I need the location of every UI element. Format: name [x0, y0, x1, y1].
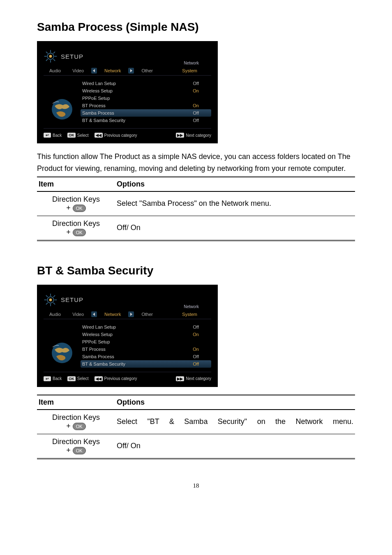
globe-icon [44, 80, 81, 124]
tab-audio[interactable]: Audio [44, 311, 67, 318]
svg-line-20 [53, 302, 55, 304]
arrow-left-icon[interactable] [91, 311, 97, 317]
th-options: Options [115, 177, 355, 191]
options-table: Item Options Direction Keys+ OK Select "… [37, 394, 355, 459]
ok-key-icon: OK [67, 133, 76, 138]
ok-badge: OK [73, 205, 86, 212]
tab-other[interactable]: Other [136, 67, 159, 74]
table-row: Direction Keys+ OK Select "BT & Samba Se… [37, 410, 355, 434]
screenshot-samba-process: SETUP Network Audio Video Network Other … [37, 41, 218, 143]
screenshot-bt-samba-security: SETUP Network Audio Video Network Other … [37, 285, 218, 387]
svg-line-6 [46, 52, 48, 53]
description: This function allow The Product as a sim… [37, 151, 355, 175]
tab-network[interactable]: Network [99, 311, 127, 318]
svg-line-7 [53, 59, 55, 61]
menu-row[interactable]: Samba ProcessOff [81, 353, 211, 360]
page-number: 18 [37, 482, 355, 489]
setup-title: SETUP [61, 53, 83, 60]
ok-badge: OK [73, 229, 86, 236]
tab-audio[interactable]: Audio [44, 67, 67, 74]
ok-key-icon: OK [67, 376, 76, 381]
section-heading: Samba Process (Simple NAS) [37, 21, 355, 34]
svg-marker-10 [93, 69, 95, 72]
tab-video[interactable]: Video [67, 311, 90, 318]
table-row: Direction Keys+ OK Select "Samba Process… [37, 191, 355, 216]
table-row: Direction Keys+ OK Off/ On [37, 434, 355, 458]
menu-list: Wired Lan SetupOff Wireless SetupOn PPPo… [81, 80, 211, 124]
menu-row[interactable]: Wired Lan SetupOff [81, 80, 211, 87]
hint-row: ↩Back OKSelect ◀◀Previous category ▶▶Nex… [44, 133, 211, 138]
table-row: Direction Keys+ OK Off/ On [37, 216, 355, 240]
menu-row[interactable]: BT ProcessOn [81, 102, 211, 109]
tab-row: Audio Video Network Other System [44, 311, 211, 319]
svg-marker-24 [130, 313, 132, 316]
arrow-right-icon[interactable] [128, 311, 134, 317]
menu-row[interactable]: PPPoE Setup [81, 338, 211, 345]
next-key-icon: ▶▶ [176, 376, 184, 381]
menu-row[interactable]: PPPoE Setup [81, 94, 211, 102]
menu-row[interactable]: Wired Lan SetupOff [81, 323, 211, 331]
svg-marker-11 [130, 69, 132, 72]
gear-icon [44, 49, 58, 63]
back-key-icon: ↩ [44, 376, 51, 381]
arrow-right-icon[interactable] [128, 68, 134, 74]
svg-point-14 [49, 298, 52, 301]
svg-line-22 [46, 302, 48, 304]
tab-network[interactable]: Network [99, 67, 127, 74]
svg-point-1 [49, 55, 52, 58]
tab-video[interactable]: Video [67, 67, 90, 74]
gear-icon [44, 293, 58, 307]
globe-icon [44, 323, 81, 368]
menu-row-selected[interactable]: Samba ProcessOff [81, 109, 211, 117]
network-label: Network [184, 61, 199, 65]
menu-row[interactable]: Wireless SetupOn [81, 87, 211, 94]
ok-badge: OK [73, 447, 86, 454]
back-key-icon: ↩ [44, 133, 51, 138]
prev-key-icon: ◀◀ [95, 133, 103, 138]
menu-row[interactable]: Wireless SetupOn [81, 331, 211, 338]
menu-row[interactable]: BT ProcessOn [81, 345, 211, 353]
menu-row[interactable]: BT & Samba SecurityOff [81, 117, 211, 124]
svg-line-8 [53, 52, 55, 53]
options-table: Item Options Direction Keys+ OK Select "… [37, 176, 355, 241]
th-item: Item [37, 395, 115, 410]
th-options: Options [115, 395, 355, 410]
tab-other[interactable]: Other [136, 311, 159, 318]
svg-marker-23 [93, 313, 95, 316]
prev-key-icon: ◀◀ [95, 376, 103, 381]
section-heading: BT & Samba Security [37, 264, 355, 277]
tab-row: Audio Video Network Other System [44, 67, 211, 76]
tab-system[interactable]: System [176, 311, 203, 318]
ok-badge: OK [73, 423, 86, 430]
setup-title: SETUP [61, 296, 83, 303]
network-label: Network [184, 304, 199, 309]
svg-line-9 [46, 59, 48, 61]
menu-list: Wired Lan SetupOff Wireless SetupOn PPPo… [81, 323, 211, 368]
arrow-left-icon[interactable] [91, 68, 97, 74]
menu-row-selected[interactable]: BT & Samba SecurityOff [81, 360, 211, 368]
svg-line-21 [53, 295, 55, 297]
th-item: Item [37, 177, 115, 191]
hint-row: ↩Back OKSelect ◀◀Previous category ▶▶Nex… [44, 376, 211, 381]
svg-line-19 [46, 295, 48, 297]
tab-system[interactable]: System [176, 67, 203, 74]
next-key-icon: ▶▶ [176, 133, 184, 138]
